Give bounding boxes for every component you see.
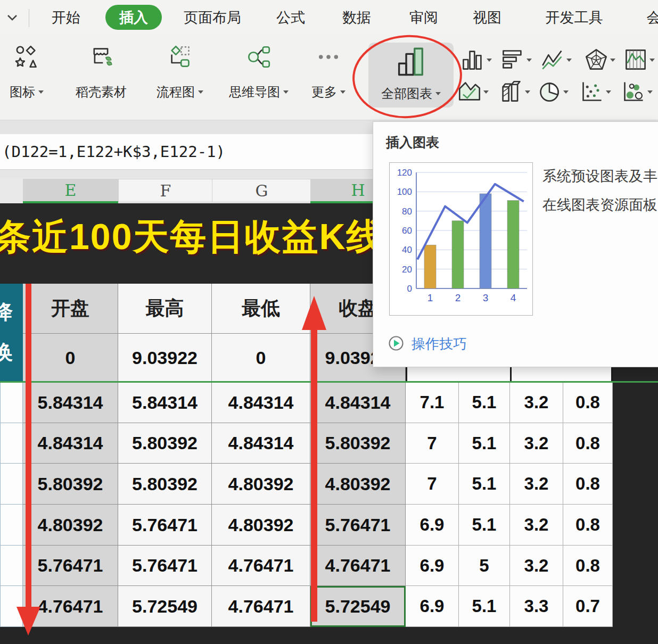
column-header-G[interactable]: G: [212, 179, 311, 202]
table-cell[interactable]: 3.2: [510, 464, 563, 505]
tab-视图[interactable]: 视图: [472, 0, 503, 35]
line-chart-icon[interactable]: [541, 48, 564, 71]
caret-down-icon[interactable]: [566, 59, 572, 62]
table-cell[interactable]: 4.76471: [212, 546, 310, 586]
table-cell[interactable]: 5.80392: [23, 464, 118, 505]
table-cell[interactable]: 5.72549: [118, 586, 212, 627]
table-cell[interactable]: 4.84314: [212, 423, 310, 464]
flowchart-group[interactable]: 流程图: [150, 42, 210, 101]
caret-down-icon[interactable]: [647, 90, 653, 94]
column3d-chart-icon[interactable]: [499, 80, 523, 103]
table-cell[interactable]: 5.1: [459, 586, 510, 627]
tab-审阅[interactable]: 审阅: [409, 0, 439, 35]
table-cell[interactable]: 5.80392: [310, 423, 406, 464]
table-cell[interactable]: 5.76471: [310, 505, 406, 546]
table-cell[interactable]: 6.9: [406, 546, 459, 586]
stock-chart-icon[interactable]: [624, 48, 647, 71]
table-cell[interactable]: 7.1: [406, 382, 459, 423]
row-stub-cell[interactable]: [0, 464, 23, 505]
chevron-down-icon[interactable]: [5, 12, 19, 26]
tab-插入[interactable]: 插入: [105, 5, 162, 30]
row-stub-cell[interactable]: [0, 382, 23, 423]
chart-preview[interactable]: 0204060801001201234: [389, 162, 533, 316]
table-cell[interactable]: 3.2: [510, 505, 563, 546]
caret-down-icon[interactable]: [563, 90, 569, 94]
caret-down-icon[interactable]: [606, 90, 611, 94]
bar-chart-icon[interactable]: [501, 48, 524, 71]
caret-down-icon[interactable]: [610, 59, 615, 62]
row-stub-cell[interactable]: [0, 546, 23, 586]
table-cell[interactable]: 0.8: [563, 464, 613, 505]
header-cell-最低[interactable]: 最低: [212, 284, 310, 334]
tab-开发工具[interactable]: 开发工具: [542, 0, 606, 35]
table-cell[interactable]: 5.1: [459, 382, 510, 423]
row-stub-cell[interactable]: [0, 423, 23, 464]
table-cell[interactable]: 4.80392: [23, 505, 118, 546]
column-header-E[interactable]: E: [23, 179, 118, 203]
more-group[interactable]: 更多: [305, 42, 352, 101]
area-chart-icon[interactable]: [458, 80, 481, 103]
table-cell[interactable]: 5.76471: [118, 505, 212, 546]
table-cell[interactable]: 5.1: [459, 464, 510, 505]
subheader-cell[interactable]: 0: [212, 334, 310, 382]
table-cell[interactable]: 5.80392: [118, 464, 212, 505]
table-cell[interactable]: 4.76471: [212, 586, 310, 627]
tab-数据[interactable]: 数据: [341, 0, 373, 35]
table-cell[interactable]: 4.76471: [310, 546, 406, 586]
table-cell[interactable]: 4.84314: [212, 382, 310, 423]
scatter-chart-icon[interactable]: [580, 80, 604, 103]
table-cell[interactable]: 0.7: [563, 586, 613, 627]
column-chart-icon[interactable]: [461, 48, 484, 71]
caret-down-icon[interactable]: [527, 59, 532, 62]
table-cell[interactable]: 5: [459, 546, 510, 586]
table-cell[interactable]: 4.76471: [23, 586, 118, 627]
caret-down-icon[interactable]: [487, 59, 492, 62]
table-cell[interactable]: 6.9: [406, 586, 459, 627]
row-stub-cell[interactable]: [0, 586, 23, 627]
table-cell[interactable]: 5.76471: [23, 546, 118, 586]
table-cell[interactable]: 5.1: [459, 423, 510, 464]
table-cell[interactable]: 6.9: [406, 505, 459, 546]
tab-页面布局[interactable]: 页面布局: [180, 0, 244, 35]
table-cell[interactable]: 7: [406, 464, 459, 505]
bubble-chart-icon[interactable]: [622, 80, 645, 103]
table-cell[interactable]: 5.80392: [118, 423, 212, 464]
insert-icons-group[interactable]: 图标: [4, 42, 49, 101]
caret-down-icon[interactable]: [525, 90, 530, 94]
header-cell-开盘[interactable]: 开盘: [23, 284, 118, 334]
table-cell[interactable]: 4.80392: [310, 464, 406, 505]
table-cell[interactable]: 3.2: [510, 423, 563, 464]
table-cell[interactable]: 3.2: [510, 546, 563, 586]
row-stub-cell[interactable]: [0, 505, 23, 546]
table-cell[interactable]: 0.8: [563, 505, 613, 546]
tab-开始[interactable]: 开始: [50, 0, 82, 35]
pie-chart-icon[interactable]: [538, 80, 561, 103]
table-cell[interactable]: 5.76471: [118, 546, 212, 586]
caret-down-icon[interactable]: [649, 59, 655, 62]
table-cell[interactable]: 0.8: [563, 382, 613, 423]
radar-chart-icon[interactable]: [585, 48, 608, 71]
tab-公式[interactable]: 公式: [276, 0, 306, 35]
subheader-cell[interactable]: 0: [23, 334, 118, 382]
table-cell[interactable]: 5.84314: [118, 382, 212, 423]
subheader-cell[interactable]: 9.03922: [118, 334, 212, 382]
column-header-F[interactable]: F: [118, 179, 213, 202]
row-label-cell[interactable]: 降 换: [0, 284, 23, 382]
table-cell[interactable]: 4.80392: [212, 505, 310, 546]
header-cell-最高[interactable]: 最高: [118, 284, 212, 334]
caret-down-icon[interactable]: [483, 90, 489, 94]
table-cell[interactable]: 0.8: [563, 423, 613, 464]
table-cell[interactable]: 3.3: [510, 586, 563, 627]
table-cell[interactable]: 5.1: [459, 505, 510, 546]
table-cell[interactable]: 5.84314: [23, 382, 118, 423]
docer-assets-group[interactable]: 稻壳素材: [67, 42, 135, 101]
mindmap-group[interactable]: 思维导图: [219, 42, 298, 101]
tips-link[interactable]: 操作技巧: [388, 335, 467, 353]
table-cell[interactable]: 4.80392: [212, 464, 310, 505]
tab-会[interactable]: 会: [643, 0, 658, 35]
all-charts-button[interactable]: 全部图表: [368, 43, 454, 108]
table-cell[interactable]: 4.84314: [23, 423, 118, 464]
table-cell[interactable]: 3.2: [510, 382, 563, 423]
table-cell[interactable]: 4.84314: [310, 382, 406, 423]
table-cell[interactable]: 7: [406, 423, 459, 464]
